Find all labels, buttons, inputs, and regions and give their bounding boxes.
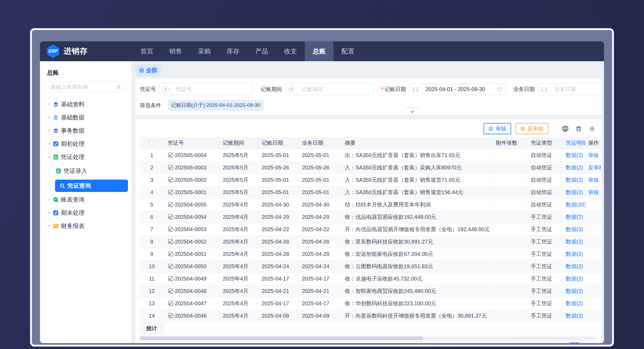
voucher-detail-link[interactable]: 数据(2) [566, 250, 583, 258]
sidebar-item-voucher-process[interactable]: 凭证处理 [40, 150, 131, 163]
table-row[interactable]: 14记-202504-00462025年4月2025-04-092025-04-… [140, 310, 601, 322]
tab-all[interactable]: 全部 [136, 64, 161, 76]
sidebar-item-period-end-process[interactable]: 期末处理 [40, 206, 131, 219]
settings-button[interactable] [587, 124, 597, 133]
nav-tab-purchase[interactable]: 采购 [190, 41, 219, 61]
voucher-detail-link[interactable]: 数据(2) [566, 189, 583, 196]
voucher-detail-link[interactable]: 数据(3) [566, 312, 583, 319]
collapse-filter-button[interactable] [404, 108, 421, 115]
filter-period: 记账期间 含 [261, 83, 374, 95]
braces-icon[interactable]: { } [538, 83, 551, 95]
cell-booking_date: 2025-04-21 [258, 285, 298, 297]
nav-tab-product[interactable]: 产品 [247, 41, 276, 61]
sidebar-search[interactable] [46, 82, 125, 92]
magnifier-chart-icon [59, 183, 67, 189]
contains-icon[interactable]: 含 [159, 83, 172, 95]
cell-voucher_no: 记-202504-0052 [164, 236, 219, 248]
sidebar-item-opening-process[interactable]: 期初处理 [40, 137, 131, 150]
sidebar-item-transaction-data[interactable]: 事务数据 [40, 124, 131, 137]
cell-detail: 数据(2) [562, 260, 586, 272]
approve-button[interactable]: 审核 [484, 123, 511, 134]
table-row[interactable]: 9记-202504-00512025年4月2025-04-282025-04-2… [140, 248, 601, 260]
table-row[interactable]: 7记-202504-00532025年4月2025-04-222025-04-2… [140, 223, 601, 236]
table-row[interactable]: 11记-202504-00492025年4月2025-04-172025-04-… [140, 273, 601, 285]
table-row[interactable]: 4记-202505-00012025年5月2025-05-012025-05-0… [140, 186, 601, 199]
table-row[interactable]: 10记-202504-00502025年4月2025-04-242025-04-… [140, 260, 601, 273]
sidebar-item-voucher-entry[interactable]: 凭证录入 [40, 163, 131, 179]
cell-index: 4 [140, 186, 164, 198]
braces-icon[interactable]: { } [409, 83, 422, 95]
sidebar-search-input[interactable] [50, 84, 116, 90]
voucher-detail-link[interactable]: 数据(3) [566, 226, 583, 233]
page-button-1[interactable]: 1 [569, 343, 580, 343]
printer-icon [562, 125, 569, 132]
page-size-select[interactable]: 20条/页 [516, 343, 551, 343]
table-row[interactable]: 2记-202505-00032025年5月2025-05-262025-05-2… [140, 162, 601, 174]
main-content: 全部 凭证号 含 记账期间 [131, 61, 604, 343]
nav-tab-ledger[interactable]: 总账 [305, 41, 334, 61]
nav-tab-config[interactable]: 配置 [334, 41, 362, 61]
cell-detail: 数据(2) [562, 273, 586, 285]
cell-index: 5 [140, 199, 164, 211]
col-voucher-detail[interactable]: 凭证明细 [562, 137, 586, 149]
period-input-box[interactable]: 含 [285, 83, 374, 95]
row-action-link[interactable]: 审核 [588, 189, 599, 196]
condition-tag[interactable]: 记账日期(介于) 2025-04-01-2025-09-30 [168, 100, 264, 111]
print-button[interactable] [561, 124, 570, 133]
cell-detail: 数据(3) [562, 223, 586, 235]
voucher-detail-link[interactable]: 数据(2) [566, 164, 583, 171]
cell-voucher_type: 手工凭证 [527, 211, 562, 223]
sidebar-item-voucher-query[interactable]: 凭证查询 [55, 180, 128, 192]
sidebar-item-base-data[interactable]: 基础数据 [40, 111, 131, 124]
calendar-icon[interactable] [497, 86, 502, 92]
voucher-detail-link[interactable]: 数据(2) [566, 288, 583, 295]
unapprove-button[interactable]: 反审核 [515, 123, 548, 134]
prev-page-button[interactable] [555, 343, 565, 343]
period-input[interactable] [298, 86, 374, 92]
table-row[interactable]: 3记-202505-00022025年5月2025-05-012025-05-0… [140, 174, 601, 186]
select-all-checkbox[interactable] [149, 140, 154, 146]
delete-button[interactable] [574, 124, 583, 133]
row-action-link[interactable]: 审核 [588, 152, 599, 159]
booking-date-value[interactable]: 2025-04-01 - 2025-09-30 [422, 86, 497, 92]
sidebar-item-account-report-query[interactable]: 账表查询 [40, 193, 131, 206]
voucher-detail-link[interactable]: 数据(2) [566, 263, 583, 270]
cell-attachments [492, 174, 527, 186]
voucher-no-input-box[interactable]: 含 [159, 83, 253, 95]
table-panel: 审核 反审核 [136, 119, 601, 343]
cell-period: 2025年4月 [219, 248, 258, 260]
nav-tab-home[interactable]: 首页 [133, 41, 161, 61]
nav-tab-inventory[interactable]: 库存 [219, 41, 247, 61]
table-row[interactable]: 5记-202504-00552025年4月2025-04-302025-04-3… [140, 199, 601, 211]
table-row[interactable]: 1记-202505-00042025年5月2025-05-012025-05-0… [140, 149, 601, 162]
table-row[interactable]: 8记-202504-00522025年4月2025-04-282025-04-2… [140, 236, 601, 248]
chevron-right-icon [47, 129, 53, 133]
row-action-link[interactable]: 审核 [588, 176, 599, 184]
table-row[interactable]: 6记-202504-00542025年4月2025-04-292025-04-2… [140, 211, 601, 223]
page-button-2[interactable]: 2 [584, 343, 594, 343]
voucher-detail-link[interactable]: 数据(2) [566, 300, 583, 307]
business-date-range[interactable]: { } [538, 83, 601, 95]
voucher-detail-link[interactable]: 数据(2) [566, 152, 583, 159]
voucher-detail-link[interactable]: 数据(2) [566, 275, 583, 282]
contains-icon[interactable]: 含 [286, 83, 298, 95]
business-date-input[interactable] [551, 86, 601, 92]
nav-tab-sales[interactable]: 销售 [161, 41, 190, 61]
voucher-detail-link[interactable]: 数据(2) [566, 176, 583, 184]
table-row[interactable]: 12记-202504-00482025年4月2025-04-212025-04-… [140, 285, 601, 297]
table-row[interactable]: 13记-202504-00472025年4月2025-04-172025-04-… [140, 297, 601, 310]
booking-date-range[interactable]: { } 2025-04-01 - 2025-09-30 [409, 83, 506, 95]
voucher-no-input[interactable] [172, 86, 253, 92]
cell-detail: 数据(2) [562, 248, 586, 260]
layers-icon [53, 115, 61, 121]
cell-summary: 入：SA350无线扩音器（套装）销售退货71.65元 [341, 174, 492, 186]
voucher-detail-link[interactable]: 数据(2) [566, 238, 583, 245]
sidebar-item-base-info[interactable]: 基础资料 [40, 98, 131, 111]
erp-logo-icon: ERP [47, 45, 59, 58]
sidebar-item-financial-report[interactable]: 财务报表 [40, 219, 131, 232]
voucher-detail-link[interactable]: 数据(20) [566, 201, 586, 208]
scrollbar-thumb[interactable] [140, 336, 423, 340]
row-action-link[interactable]: 反审核 [588, 164, 601, 171]
nav-tab-finance[interactable]: 收支 [276, 41, 305, 61]
voucher-detail-link[interactable]: 数据(2) [566, 213, 583, 221]
